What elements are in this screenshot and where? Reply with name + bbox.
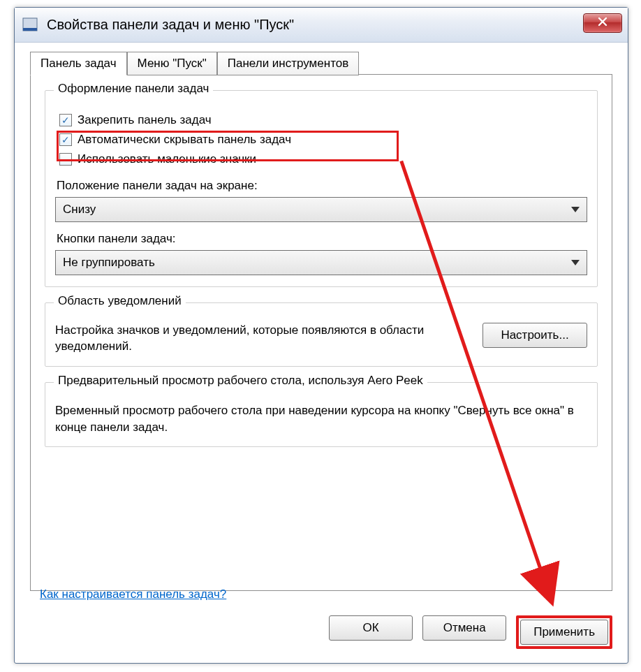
group-notification-legend: Область уведомлений	[54, 294, 186, 308]
label-position: Положение панели задач на экране:	[57, 179, 587, 193]
properties-dialog: Свойства панели задач и меню "Пуск" Пане…	[14, 7, 628, 664]
apply-button[interactable]: Применить	[520, 620, 608, 645]
titlebar[interactable]: Свойства панели задач и меню "Пуск"	[15, 8, 628, 43]
close-icon	[597, 16, 608, 30]
group-aero-peek: Предварительный просмотр рабочего стола,…	[45, 382, 598, 448]
combo-buttons-value: Не группировать	[63, 256, 155, 270]
svg-rect-1	[23, 28, 37, 31]
dialog-footer: ОК Отмена Применить	[15, 603, 628, 663]
notification-text: Настройка значков и уведомлений, которые…	[55, 323, 470, 355]
checkbox-autohide[interactable]: ✓	[59, 133, 72, 146]
checkbox-lock-taskbar-row[interactable]: ✓ Закрепить панель задач	[58, 110, 587, 130]
help-link[interactable]: Как настраивается панель задач?	[40, 587, 226, 601]
tab-panel: Оформление панели задач ✓ Закрепить пане…	[30, 74, 612, 591]
close-button[interactable]	[583, 13, 622, 33]
checkbox-lock-taskbar[interactable]: ✓	[59, 114, 72, 126]
aero-peek-text: Временный просмотр рабочего стола при на…	[55, 402, 587, 436]
ok-button[interactable]: ОК	[329, 615, 413, 641]
client-area: Панель задач Меню "Пуск" Панели инструме…	[15, 43, 628, 599]
window-title: Свойства панели задач и меню "Пуск"	[47, 17, 294, 33]
annotation-highlight-apply: Применить	[516, 615, 612, 649]
checkbox-small-icons[interactable]	[59, 153, 72, 166]
cancel-button[interactable]: Отмена	[422, 615, 506, 641]
combo-position[interactable]: Снизу	[55, 197, 587, 222]
checkbox-small-icons-row[interactable]: Использовать маленькие значки	[58, 149, 587, 169]
chevron-down-icon	[571, 260, 580, 265]
group-aero-legend: Предварительный просмотр рабочего стола,…	[54, 374, 427, 388]
combo-buttons[interactable]: Не группировать	[55, 250, 587, 275]
checkbox-autohide-row[interactable]: ✓ Автоматически скрывать панель задач	[58, 130, 587, 149]
app-icon	[20, 15, 40, 35]
chevron-down-icon	[571, 207, 580, 212]
tab-toolbars[interactable]: Панели инструментов	[217, 52, 359, 75]
group-notification: Область уведомлений Настройка значков и …	[45, 302, 598, 367]
customize-button[interactable]: Настроить...	[482, 323, 587, 348]
checkbox-lock-label: Закрепить панель задач	[78, 113, 212, 127]
tab-taskbar[interactable]: Панель задач	[30, 52, 127, 75]
group-appearance: Оформление панели задач ✓ Закрепить пане…	[45, 90, 598, 287]
checkbox-small-label: Использовать маленькие значки	[78, 152, 256, 166]
checkbox-autohide-label: Автоматически скрывать панель задач	[78, 133, 291, 147]
label-buttons: Кнопки панели задач:	[57, 232, 587, 246]
tab-strip: Панель задач Меню "Пуск" Панели инструме…	[30, 51, 612, 75]
tab-start-menu[interactable]: Меню "Пуск"	[127, 52, 217, 75]
combo-position-value: Снизу	[63, 203, 96, 217]
group-appearance-legend: Оформление панели задач	[54, 82, 213, 96]
